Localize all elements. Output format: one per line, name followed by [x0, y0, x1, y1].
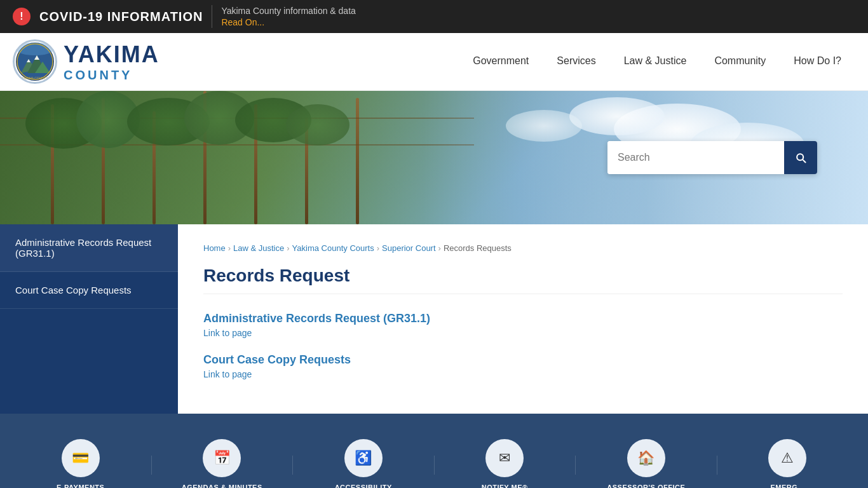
breadcrumb-superior-court[interactable]: Superior Court — [382, 243, 436, 253]
covid-title: COVID-19 INFORMATION — [39, 10, 203, 24]
breadcrumb-law-justice[interactable]: Law & Justice — [233, 243, 284, 253]
agendas-icon: 📅 — [203, 439, 241, 477]
breadcrumb-courts[interactable]: Yakima County Courts — [292, 243, 374, 253]
breadcrumb-current: Records Requests — [444, 243, 512, 253]
breadcrumb-sep-2: › — [287, 243, 289, 253]
footer-icons: 💳 E-PAYMENTS 📅 AGENDAS & MINUTES ♿ ACCES… — [0, 426, 868, 488]
search-box — [607, 141, 817, 174]
accessibility-icon: ♿ — [344, 439, 383, 477]
accessibility-label: ACCESSIBILITY — [335, 484, 392, 488]
footer-divider-5 — [717, 456, 717, 475]
notify-label: NOTIFY ME® — [482, 484, 528, 488]
footer-divider-4 — [575, 456, 576, 475]
logo-text: YAKIMA COUNTY — [64, 41, 159, 83]
agendas-label: AGENDAS & MINUTES — [182, 484, 262, 488]
main-nav: Government Services Law & Justice Commun… — [459, 49, 855, 75]
notify-icon: ✉ — [485, 439, 524, 477]
logo-svg: YAKIMA COUNTY — [15, 41, 55, 82]
nav-how-do-i[interactable]: How Do I? — [780, 49, 855, 75]
section-court-link[interactable]: Link to page — [203, 369, 843, 379]
emergency-icon: ⚠ — [768, 439, 806, 477]
covid-read-on-link[interactable]: Read On... — [221, 17, 355, 27]
epayments-label: E-PAYMENTS — [57, 484, 104, 488]
search-input[interactable] — [607, 141, 784, 174]
logo-circle: YAKIMA COUNTY — [13, 39, 57, 84]
breadcrumb-sep-1: › — [228, 243, 231, 253]
footer-divider-1 — [151, 456, 152, 475]
footer-agendas[interactable]: 📅 AGENDAS & MINUTES — [154, 433, 290, 488]
breadcrumb-sep-3: › — [377, 243, 379, 253]
covid-icon: ! — [13, 8, 31, 25]
sidebar-item-court-case[interactable]: Court Case Copy Requests — [0, 272, 178, 309]
breadcrumb-sep-4: › — [438, 243, 441, 253]
search-icon — [794, 151, 807, 164]
search-button[interactable] — [784, 141, 817, 174]
nav-government[interactable]: Government — [459, 49, 543, 75]
svg-text:YAKIMA COUNTY: YAKIMA COUNTY — [22, 76, 48, 80]
breadcrumb: Home › Law & Justice › Yakima County Cou… — [203, 243, 843, 253]
page-title: Records Request — [203, 266, 843, 294]
breadcrumb-home[interactable]: Home — [203, 243, 226, 253]
svg-rect-7 — [16, 43, 54, 55]
logo-county: COUNTY — [64, 68, 159, 83]
covid-banner: ! COVID-19 INFORMATION Yakima County inf… — [0, 0, 868, 33]
footer-epayments[interactable]: 💳 E-PAYMENTS — [13, 433, 149, 488]
sidebar: Administrative Records Request (GR31.1) … — [0, 224, 178, 414]
section-admin-title[interactable]: Administrative Records Request (GR31.1) — [203, 312, 843, 325]
section-admin-link[interactable]: Link to page — [203, 328, 843, 338]
hero-banner — [0, 91, 868, 224]
content-area: Home › Law & Justice › Yakima County Cou… — [178, 224, 868, 414]
footer-accessibility[interactable]: ♿ ACCESSIBILITY — [295, 433, 431, 488]
covid-info-text: Yakima County information & data — [221, 6, 355, 16]
nav-services[interactable]: Services — [543, 49, 609, 75]
footer-assessor[interactable]: 🏠 ASSESSOR'S OFFICE — [578, 433, 714, 488]
footer: 💳 E-PAYMENTS 📅 AGENDAS & MINUTES ♿ ACCES… — [0, 414, 868, 488]
site-header: YAKIMA COUNTY YAKIMA COUNTY Government S… — [0, 33, 868, 91]
assessor-icon: 🏠 — [627, 439, 665, 477]
epayments-icon: 💳 — [62, 439, 100, 477]
footer-divider-3 — [434, 456, 435, 475]
assessor-label: ASSESSOR'S OFFICE — [607, 484, 685, 488]
covid-info: Yakima County information & data Read On… — [221, 6, 355, 27]
emergency-label: EMERG... — [770, 484, 804, 488]
section-admin-records: Administrative Records Request (GR31.1) … — [203, 312, 843, 338]
nav-law-justice[interactable]: Law & Justice — [610, 49, 701, 75]
section-court-case: Court Case Copy Requests Link to page — [203, 353, 843, 379]
main-content: Administrative Records Request (GR31.1) … — [0, 224, 868, 414]
footer-notify[interactable]: ✉ NOTIFY ME® — [437, 433, 573, 488]
footer-divider-2 — [292, 456, 293, 475]
sidebar-item-admin-records[interactable]: Administrative Records Request (GR31.1) — [0, 224, 178, 272]
covid-separator — [212, 5, 212, 28]
nav-community[interactable]: Community — [700, 49, 780, 75]
footer-emergency[interactable]: ⚠ EMERG... — [720, 433, 856, 488]
section-court-title[interactable]: Court Case Copy Requests — [203, 353, 843, 367]
logo-area[interactable]: YAKIMA COUNTY YAKIMA COUNTY — [13, 39, 159, 84]
logo-yakima: YAKIMA — [64, 41, 159, 68]
